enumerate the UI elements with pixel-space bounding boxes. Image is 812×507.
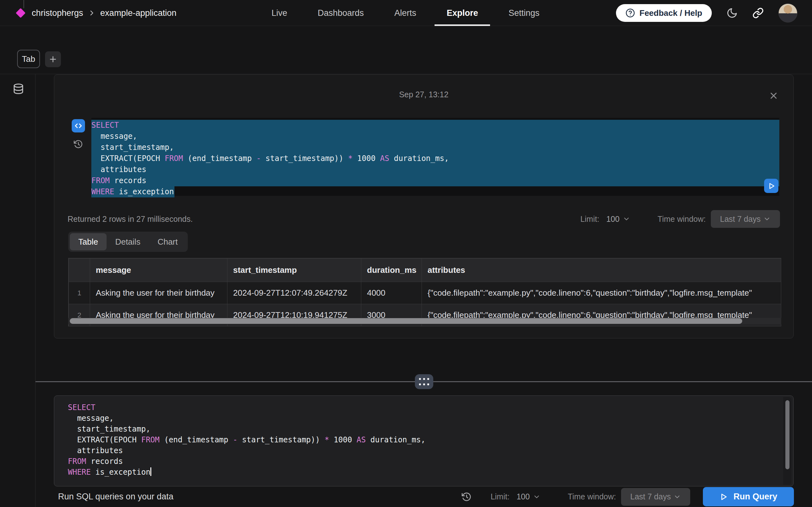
sql-widget-toolbar: [72, 119, 85, 149]
plus-icon: [49, 55, 57, 64]
table-header-row: message start_timestamp duration_ms attr…: [69, 259, 781, 282]
limit-select[interactable]: 100: [516, 492, 541, 501]
chevron-down-icon: [763, 215, 771, 223]
breadcrumb-org[interactable]: christophergs: [32, 8, 83, 18]
text-cursor: [150, 467, 151, 476]
nav-item-explore[interactable]: Explore: [447, 0, 478, 26]
limit-value: 100: [516, 492, 530, 501]
top-nav: christophergs example-application Live D…: [0, 0, 812, 26]
query-tab[interactable]: Tab: [17, 50, 40, 68]
nav-menu: Live Dashboards Alerts Explore Settings: [271, 0, 540, 26]
chevron-right-icon: [88, 9, 95, 16]
breadcrumb-project[interactable]: example-application: [100, 8, 176, 18]
scrollbar-thumb[interactable]: [70, 318, 742, 324]
sql-editor[interactable]: SELECT message, start_timestamp, EXTRACT…: [54, 395, 794, 487]
result-summary: Returned 2 rows in 27 milliseconds.: [67, 215, 193, 224]
time-window-label: Time window:: [658, 215, 706, 224]
sql-editor-code[interactable]: SELECT message, start_timestamp, EXTRACT…: [68, 402, 765, 477]
code-view-button[interactable]: [72, 119, 85, 132]
moon-icon: [726, 7, 738, 19]
time-window-value: Last 7 days: [630, 492, 671, 501]
limit-value: 100: [606, 215, 619, 224]
result-summary-row: Returned 2 rows in 27 milliseconds. Limi…: [67, 210, 780, 228]
history-icon: [73, 139, 83, 149]
col-header-message[interactable]: message: [90, 259, 227, 282]
col-header-start-timestamp[interactable]: start_timestamp: [227, 259, 361, 282]
tab-chart[interactable]: Chart: [149, 233, 187, 250]
help-circle-icon: [625, 8, 635, 18]
feedback-help-label: Feedback / Help: [640, 8, 702, 18]
tab-table[interactable]: Table: [70, 233, 107, 250]
time-window-value: Last 7 days: [720, 215, 761, 224]
col-header-duration-ms[interactable]: duration_ms: [361, 259, 422, 282]
chevron-down-icon: [623, 215, 630, 223]
logfire-logo-icon[interactable]: [15, 8, 26, 18]
breadcrumb: christophergs example-application: [14, 0, 176, 26]
header-divider: [0, 74, 812, 74]
results-table: message start_timestamp duration_ms attr…: [68, 258, 781, 326]
sql-query-display[interactable]: SELECT message, start_timestamp, EXTRACT…: [91, 118, 779, 196]
cell-start-timestamp[interactable]: 2024-09-27T12:07:49.264279Z: [227, 282, 361, 304]
chevron-down-icon: [533, 493, 541, 501]
nav-item-live[interactable]: Live: [271, 0, 287, 26]
cell-duration-ms[interactable]: 4000: [361, 282, 422, 304]
add-tab-button[interactable]: [45, 51, 61, 67]
play-icon: [768, 182, 775, 190]
database-schema-button[interactable]: [12, 82, 25, 96]
nav-right-cluster: Feedback / Help: [616, 0, 798, 26]
run-query-label: Run Query: [733, 492, 777, 502]
sidebar-divider: [35, 74, 36, 507]
history-icon: [461, 492, 472, 502]
tab-details[interactable]: Details: [107, 233, 149, 250]
cell-message[interactable]: Asking the user for their birthday: [90, 282, 227, 304]
time-window-label: Time window:: [568, 492, 616, 501]
explore-page: christophergs example-application Live D…: [0, 0, 812, 507]
nav-item-dashboards[interactable]: Dashboards: [318, 0, 364, 26]
user-avatar[interactable]: [778, 3, 798, 22]
table-row[interactable]: 1 Asking the user for their birthday 202…: [69, 282, 781, 304]
theme-toggle-button[interactable]: [726, 7, 738, 19]
limit-select[interactable]: 100: [606, 215, 630, 224]
limit-label: Limit:: [580, 215, 600, 224]
feedback-help-button[interactable]: Feedback / Help: [616, 4, 712, 22]
query-timestamp: Sep 27, 13:12: [54, 90, 793, 99]
nav-item-alerts[interactable]: Alerts: [394, 0, 416, 26]
database-icon: [12, 82, 25, 96]
close-card-button[interactable]: [768, 91, 779, 101]
query-history-button[interactable]: [73, 139, 83, 149]
nav-item-settings[interactable]: Settings: [508, 0, 540, 26]
editor-scrollbar-thumb[interactable]: [785, 400, 790, 469]
time-window-select[interactable]: Last 7 days: [621, 488, 690, 506]
run-saved-query-button[interactable]: [764, 179, 778, 193]
col-header-rownum: [69, 259, 90, 282]
cell-attributes[interactable]: {"code.filepath":"example.py","code.line…: [422, 282, 781, 304]
table-horizontal-scrollbar: [68, 318, 781, 324]
pane-resize-handle[interactable]: [415, 374, 433, 389]
run-query-button[interactable]: Run Query: [703, 487, 794, 506]
chevron-down-icon: [673, 493, 681, 501]
close-icon: [768, 91, 779, 101]
play-icon: [719, 493, 728, 501]
result-view-tabs: Table Details Chart: [68, 232, 188, 252]
row-number: 1: [69, 282, 90, 304]
query-history-card: Sep 27, 13:12 SELECT message, start_time…: [54, 74, 794, 338]
col-header-attributes[interactable]: attributes: [422, 259, 781, 282]
code-icon: [74, 121, 83, 130]
link-icon: [752, 7, 764, 19]
footer-hint: Run SQL queries on your data: [58, 492, 173, 502]
query-history-button[interactable]: [461, 492, 472, 502]
limit-label: Limit:: [491, 492, 510, 501]
time-window-select[interactable]: Last 7 days: [711, 210, 780, 228]
footer-bar: Run SQL queries on your data Limit: 100 …: [0, 487, 812, 507]
share-link-button[interactable]: [752, 7, 764, 19]
